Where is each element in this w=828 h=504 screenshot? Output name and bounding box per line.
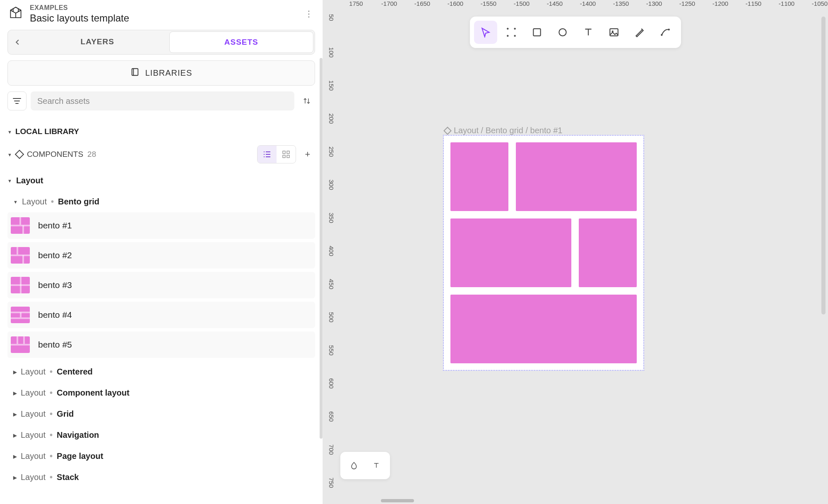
ruler-tick: -1650 [406,0,439,12]
asset-label: bento #5 [38,340,72,350]
group-name: Grid [57,409,74,419]
list-view-icon[interactable] [258,146,277,163]
canvas-vertical-scrollbar[interactable] [821,17,826,314]
asset-thumb-icon [11,336,30,353]
ruler-tick: -1550 [472,0,505,12]
bento-cell[interactable] [516,142,637,211]
asset-thumb-icon [11,247,30,264]
tree-centered[interactable]: Layout • Centered [7,361,315,382]
chevron-down-icon[interactable] [13,199,18,205]
tree-layout[interactable]: Layout [7,170,315,191]
asset-thumb-icon [11,217,30,234]
tree-navigation[interactable]: Layout • Navigation [7,425,315,446]
bento-cell[interactable] [450,295,637,363]
back-chevron-icon[interactable] [9,31,26,53]
chevron-down-icon[interactable] [7,178,12,184]
add-component-icon[interactable]: + [300,147,315,162]
ruler-tick: 650 [323,410,339,443]
bento-cell[interactable] [450,142,508,211]
asset-bento-3[interactable]: bento #3 [7,272,315,298]
frame-tool-icon[interactable] [500,21,523,44]
sort-icon[interactable] [298,93,315,109]
ruler-tick: 750 [323,476,339,504]
chevron-down-icon[interactable] [7,129,12,135]
ruler-tick: -1600 [439,0,472,12]
ruler-horizontal: 1750 -1700 -1650 -1600 -1550 -1500 -1450… [339,0,828,12]
tree-component-layout[interactable]: Layout • Component layout [7,382,315,403]
curve-tool-icon[interactable] [654,21,677,44]
bento-cell[interactable] [579,218,637,287]
local-library-section[interactable]: LOCAL LIBRARY [7,122,315,141]
chevron-right-icon[interactable] [13,369,17,375]
rectangle-tool-icon[interactable] [525,21,549,44]
assets-panel: EXAMPLES Basic layouts template ⋮ LAYERS… [0,0,323,504]
asset-bento-1[interactable]: bento #1 [7,212,315,239]
pen-tool-icon[interactable] [628,21,651,44]
tab-assets[interactable]: ASSETS [169,31,314,53]
group-name: Centered [57,367,93,377]
select-tool-icon[interactable] [474,21,497,44]
text-quick-tool-icon[interactable] [366,455,387,476]
fill-outline-icon[interactable] [344,455,364,476]
svg-rect-1 [283,151,285,154]
sidebar-scrollbar[interactable] [320,58,323,439]
ruler-tick: 100 [323,46,339,79]
component-diamond-icon [15,150,24,159]
tab-layers[interactable]: LAYERS [26,31,169,53]
chevron-right-icon[interactable] [13,453,17,459]
ruler-tick: 50 [323,12,339,46]
chevron-right-icon[interactable] [13,432,17,438]
canvas-toolbar [470,17,681,48]
ruler-tick: -1050 [803,0,828,12]
ruler-tick: 700 [323,443,339,476]
chevron-right-icon[interactable] [13,474,17,480]
group-prefix: Layout [21,473,46,482]
asset-label: bento #1 [38,221,72,230]
canvas-horizontal-scrollbar[interactable] [381,499,414,502]
group-prefix: Layout [22,197,47,206]
canvas-area[interactable]: 1750 -1700 -1650 -1600 -1550 -1500 -1450… [323,0,828,504]
ruler-tick: -1300 [638,0,671,12]
ruler-tick: -1350 [604,0,638,12]
ruler-tick: 600 [323,377,339,410]
ruler-tick: 200 [323,112,339,145]
chevron-right-icon[interactable] [13,411,17,417]
tree-bento-grid[interactable]: Layout • Bento grid [7,191,315,212]
filter-icon[interactable] [7,91,26,110]
components-section: COMPONENTS 28 + [7,141,315,170]
chevron-down-icon[interactable] [7,151,12,158]
search-input[interactable] [31,91,294,110]
grid-view-icon[interactable] [277,146,296,163]
bento-row [450,218,637,287]
bento-cell[interactable] [450,218,571,287]
text-tool-icon[interactable] [577,21,600,44]
group-name: Stack [57,473,79,482]
svg-rect-0 [132,69,138,76]
tree-grid[interactable]: Layout • Grid [7,403,315,425]
ellipse-tool-icon[interactable] [551,21,574,44]
asset-bento-4[interactable]: bento #4 [7,302,315,328]
more-menu-icon[interactable]: ⋮ [303,7,315,20]
chevron-right-icon[interactable] [13,390,17,396]
libraries-button[interactable]: LIBRARIES [7,60,315,86]
group-prefix: Layout [21,451,46,461]
project-category: EXAMPLES [30,4,303,12]
asset-thumb-icon [11,307,30,323]
ruler-tick: -1450 [538,0,571,12]
asset-bento-5[interactable]: bento #5 [7,331,315,358]
ruler-tick: 450 [323,277,339,310]
project-title[interactable]: Basic layouts template [30,12,303,24]
svg-rect-4 [287,155,289,158]
image-tool-icon[interactable] [602,21,626,44]
canvas-selection-breadcrumb[interactable]: Layout / Bento grid / bento #1 [445,126,562,135]
ruler-tick: -1250 [671,0,704,12]
bento-component-instance[interactable] [443,135,644,371]
tree-stack[interactable]: Layout • Stack [7,467,315,488]
group-prefix: Layout [21,367,46,377]
tree-page-layout[interactable]: Layout • Page layout [7,446,315,467]
group-prefix: Layout [21,409,46,419]
ruler-tick: -1200 [704,0,737,12]
asset-bento-2[interactable]: bento #2 [7,242,315,269]
breadcrumb-text: Layout / Bento grid / bento #1 [454,126,562,135]
ruler-tick: -1700 [373,0,406,12]
